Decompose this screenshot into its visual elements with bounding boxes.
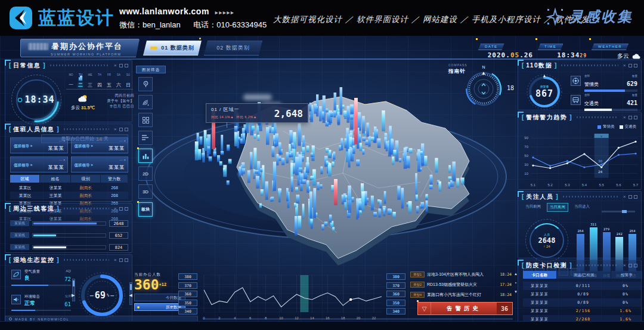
bus-icon bbox=[571, 95, 581, 105]
minimize-icon[interactable] bbox=[628, 264, 632, 267]
table-row[interactable]: 某某某某0/890% bbox=[523, 298, 641, 307]
expand-icon[interactable] bbox=[634, 195, 637, 199]
minimize-icon[interactable] bbox=[119, 258, 123, 262]
close-icon[interactable]: × bbox=[114, 207, 117, 211]
close-icon[interactable]: × bbox=[623, 195, 627, 199]
svg-text:5.1: 5.1 bbox=[531, 183, 536, 187]
dot-decor bbox=[589, 38, 591, 40]
expand-icon[interactable] bbox=[634, 64, 637, 67]
layer-list-button[interactable] bbox=[138, 131, 153, 145]
gauge-right-arrow[interactable]: ◀ bbox=[129, 293, 132, 298]
slider-horizontal[interactable] bbox=[602, 211, 635, 212]
svg-text:8: 8 bbox=[265, 316, 267, 320]
office-count-delta: +12 bbox=[159, 282, 167, 287]
compass-dial[interactable]: N bbox=[463, 64, 504, 109]
layer-marker-button[interactable] bbox=[138, 77, 153, 91]
dot-decor bbox=[199, 38, 201, 39]
time-label: TIME bbox=[538, 44, 563, 50]
minimize-icon[interactable] bbox=[628, 116, 632, 119]
minimize-icon[interactable] bbox=[628, 64, 632, 67]
expand-icon[interactable] bbox=[634, 264, 637, 267]
table-row[interactable]: 某某某某0/890% bbox=[523, 290, 641, 298]
logo-text: 蓝蓝设计 bbox=[38, 6, 114, 30]
weekday-cell: TU二 bbox=[76, 73, 85, 88]
alert-row[interactable]: 类型4某路口有小汽车连闯三个红灯18:24 bbox=[410, 291, 512, 299]
duty-leader-card[interactable]: 值班领导 »⋯ ×某某某 bbox=[71, 156, 129, 172]
tab-data-02[interactable]: 02 数据类别 bbox=[204, 41, 262, 55]
layer-signal-button[interactable] bbox=[138, 95, 153, 109]
close-icon[interactable]: × bbox=[623, 264, 627, 267]
minimize-icon[interactable] bbox=[119, 64, 123, 67]
focus-tab-2[interactable]: 当日进入 bbox=[572, 203, 592, 212]
close-icon[interactable]: × bbox=[623, 116, 627, 119]
alert-row[interactable]: 类型2RD13-53烟感报警疑似火灾17:24 bbox=[410, 280, 512, 289]
minimize-icon[interactable] bbox=[119, 128, 123, 131]
layer-grid-button[interactable] bbox=[138, 113, 153, 127]
duty-cards: 值班领导 »⋯ ×某某某值班领导 »⋯ ×某某某值班领导 »⋯ ×某某某值班领导… bbox=[10, 137, 128, 172]
expand-icon[interactable] bbox=[125, 64, 128, 67]
view-3d-button[interactable]: 3D bbox=[138, 184, 153, 199]
close-icon[interactable]: × bbox=[114, 258, 117, 262]
analog-clock: 18:34 bbox=[11, 75, 61, 125]
cloud-icon bbox=[632, 54, 640, 59]
tab-data-01[interactable]: 01 数据类别 bbox=[143, 41, 202, 55]
focus-tab-0[interactable]: 当日刷闸 bbox=[523, 203, 543, 212]
warning-icon: ▽ bbox=[418, 303, 431, 314]
expand-icon[interactable] bbox=[125, 258, 128, 262]
date-widget: DATE 2020.05.26 bbox=[478, 39, 533, 57]
layer-filter-title: 图层筛选 bbox=[136, 66, 166, 73]
table-row[interactable]: 某某某某0/3110% bbox=[523, 282, 641, 290]
alert-history-banner[interactable]: ▽ 告警历史 36 bbox=[417, 302, 513, 315]
view-block-button[interactable]: 板块 bbox=[138, 202, 153, 217]
y-tick: 380 bbox=[178, 273, 197, 280]
svg-text:30: 30 bbox=[598, 159, 602, 163]
scroll-dot-icon[interactable]: ● bbox=[515, 281, 516, 285]
collect-badge[interactable]: 灵感收集 bbox=[546, 7, 633, 26]
svg-text:14: 14 bbox=[310, 316, 314, 320]
duty-leader-card[interactable]: 值班领导 »⋯ ×某某某 bbox=[71, 137, 129, 153]
date-label: DATE bbox=[478, 44, 504, 50]
lunar-calendar: 闰四月初四庚子年【鼠年】辛巳月 己巳日 bbox=[102, 93, 134, 109]
website-link[interactable]: www.lanlanwork.com bbox=[119, 7, 209, 16]
dot-decor bbox=[476, 38, 478, 40]
duty-leader-card[interactable]: 值班领导 »⋯ ×某某某 bbox=[10, 156, 68, 172]
view-2d-button[interactable]: 2D bbox=[138, 166, 153, 181]
layer-chart-button[interactable] bbox=[138, 149, 153, 163]
y-tick: 380 bbox=[386, 273, 405, 280]
scroll-up-icon[interactable]: ▲ bbox=[514, 272, 518, 276]
expand-icon[interactable] bbox=[634, 116, 637, 119]
close-icon[interactable]: × bbox=[623, 64, 627, 67]
svg-text:16: 16 bbox=[326, 316, 330, 320]
alert-row[interactable]: 类型1湿地3-104片区有不明人员闯入18:24 bbox=[410, 270, 512, 279]
week-strip: MO一TU二WE三TH四FR五SA六SU日 bbox=[66, 73, 133, 88]
minimize-icon[interactable] bbox=[119, 207, 123, 211]
gauge-left-arrow[interactable]: ▶ bbox=[72, 293, 75, 298]
office-count-value: 360 bbox=[134, 277, 159, 292]
time-widget: TIME 18:3429 bbox=[538, 39, 587, 57]
air-quality-item: 空气质量 良 AQI72 bbox=[11, 269, 71, 286]
expand-icon[interactable] bbox=[125, 207, 128, 211]
slider-vertical[interactable] bbox=[72, 279, 75, 301]
promo-banner: 蓝蓝设计 www.lanlanwork.com▸▸▸▸▸ 微信：ben_lanl… bbox=[0, 0, 644, 36]
trend-line-chart: 9070503010∨30245.15.25.35.45.55.65.7 bbox=[520, 129, 640, 189]
clock-mode-icon bbox=[18, 98, 22, 102]
svg-text:5.5: 5.5 bbox=[599, 183, 604, 187]
alarm-type-row: 类型警情类 数量629 bbox=[571, 75, 637, 92]
scroll-down-icon[interactable]: ▼ bbox=[514, 290, 518, 294]
table-row[interactable]: 某某某某2/1561.6% bbox=[523, 307, 641, 315]
svg-text:5.7: 5.7 bbox=[633, 183, 639, 187]
duty-leader-card[interactable]: 值班领导 »⋯ ×某某某 bbox=[10, 137, 68, 153]
close-icon[interactable]: × bbox=[114, 128, 117, 131]
metro-flow-row: 某某线652 bbox=[10, 232, 128, 239]
expand-icon[interactable] bbox=[125, 128, 128, 131]
y-tick: 350 bbox=[386, 300, 405, 306]
table-row[interactable]: 某某区王某某副局长268 bbox=[10, 192, 128, 199]
focus-tab-1[interactable]: 当日离闸 bbox=[547, 203, 568, 212]
censored-text bbox=[28, 43, 48, 50]
close-icon[interactable]: × bbox=[114, 64, 117, 67]
leaf-icon bbox=[11, 270, 21, 279]
clock-time: 18:34 bbox=[24, 94, 54, 105]
badge-icon bbox=[571, 76, 581, 86]
minimize-icon[interactable] bbox=[628, 195, 632, 199]
table-row[interactable]: 某某区张某某副局长268 bbox=[10, 184, 128, 192]
